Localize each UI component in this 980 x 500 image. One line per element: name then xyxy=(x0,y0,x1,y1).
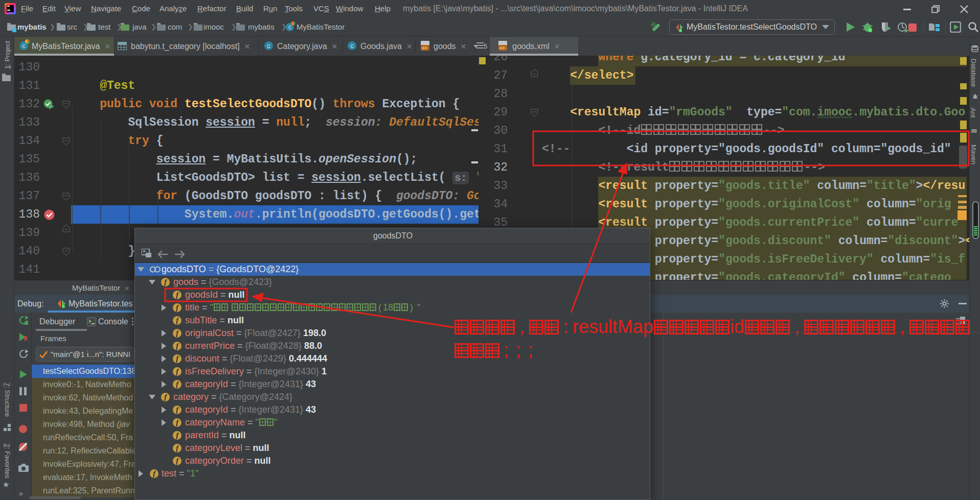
svg-text:9: 9 xyxy=(24,335,27,342)
